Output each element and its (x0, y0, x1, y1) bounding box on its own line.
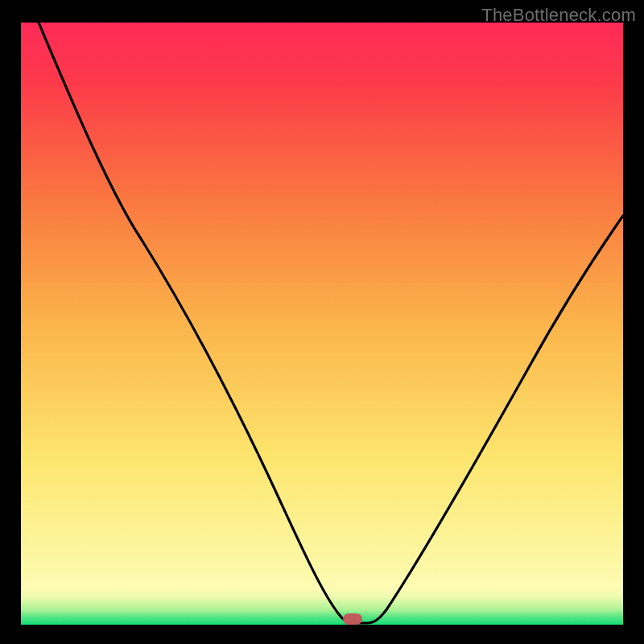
bottleneck-curve-path (39, 23, 623, 623)
optimal-marker (343, 613, 362, 625)
bottleneck-curve-svg (21, 23, 623, 625)
plot-area (21, 23, 623, 625)
chart-frame: TheBottleneck.com (0, 0, 644, 644)
